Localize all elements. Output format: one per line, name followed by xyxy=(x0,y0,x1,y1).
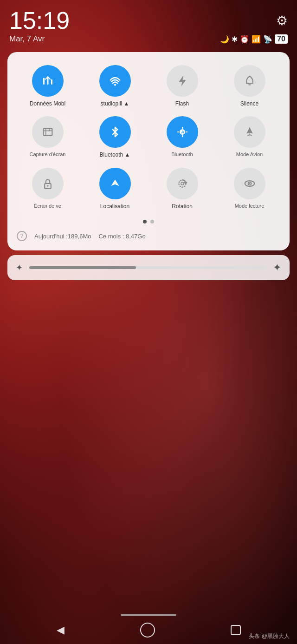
airplane-icon xyxy=(234,116,265,148)
wifi-icon xyxy=(99,65,131,97)
screen-lock-icon xyxy=(32,168,64,199)
tile-wifi-label: studiopill ▲ xyxy=(101,100,129,107)
tile-silence[interactable]: Silence xyxy=(217,61,282,111)
tile-airplane[interactable]: Mode Avion xyxy=(217,112,282,162)
battery-indicator: 70 xyxy=(275,34,288,44)
clock: 15:19 xyxy=(9,8,70,33)
tile-airplane-label: Mode Avion xyxy=(236,151,263,158)
tile-bluetooth[interactable]: Bluetooth ▲ xyxy=(82,112,148,162)
tile-mobile-data[interactable]: Données Mobi xyxy=(15,61,80,111)
silence-icon xyxy=(234,65,265,97)
tile-flash[interactable]: Flash xyxy=(149,61,215,111)
control-panel: Données Mobi studiopill ▲ Flash xyxy=(7,52,290,250)
moon-icon: 🌙 xyxy=(220,35,229,44)
location-icon xyxy=(99,168,131,199)
tile-mobile-data-label: Données Mobi xyxy=(30,100,65,107)
today-data: Aujourd'hui :189,6Mo xyxy=(34,233,91,240)
data-info: ? Aujourd'hui :189,6Mo Ce mois : 8,47Go xyxy=(15,229,282,243)
bluetooth-icon xyxy=(99,116,131,148)
tile-silence-label: Silence xyxy=(240,100,258,107)
tile-location[interactable]: Localisation xyxy=(82,164,148,213)
info-icon: ? xyxy=(17,231,27,241)
tile-rotation-label: Rotation xyxy=(172,203,193,210)
tile-location-label: Localisation xyxy=(100,203,129,210)
attribution: 头条 @黑脸大人 xyxy=(249,632,290,640)
dot-page1 xyxy=(143,220,147,223)
dot-page2 xyxy=(150,220,154,223)
signal-icon: 📶 xyxy=(252,35,261,44)
quick-tiles-grid: Données Mobi studiopill ▲ Flash xyxy=(15,61,282,213)
recent-apps-button[interactable] xyxy=(231,625,241,635)
svg-rect-7 xyxy=(43,129,52,136)
status-icons: 🌙 ✱ ⏰ 📶 📡 70 xyxy=(220,34,288,44)
bluetooth-status-icon: ✱ xyxy=(232,35,238,44)
page-indicator xyxy=(15,220,282,223)
svg-marker-4 xyxy=(179,76,186,85)
tile-reading[interactable]: Mode lecture xyxy=(217,164,282,213)
tile-auto-brightness-label: Bluetooth xyxy=(171,151,193,158)
home-button[interactable] xyxy=(140,623,155,637)
screenshot-icon xyxy=(32,116,64,148)
month-data: Ce mois : 8,47Go xyxy=(98,233,145,240)
svg-text:A: A xyxy=(181,130,184,135)
tile-screenshot[interactable]: Capture d'écran xyxy=(15,112,80,162)
svg-point-3 xyxy=(114,84,116,85)
tile-flash-label: Flash xyxy=(175,100,189,107)
tile-screenshot-label: Capture d'écran xyxy=(30,151,66,158)
status-bar: 15:19 ⚙ Mar, 7 Avr 🌙 ✱ ⏰ 📶 📡 70 xyxy=(0,0,297,47)
mobile-data-icon xyxy=(32,65,64,97)
svg-point-19 xyxy=(47,185,48,186)
wifi-status-icon: 📡 xyxy=(263,35,272,44)
auto-brightness-icon: A xyxy=(167,116,198,148)
brightness-slider[interactable] xyxy=(29,266,266,269)
tile-screen-lock-label: Écran de ve xyxy=(34,203,61,209)
date: Mar, 7 Avr xyxy=(9,34,45,44)
brightness-fill xyxy=(29,266,136,269)
tile-wifi[interactable]: studiopill ▲ xyxy=(82,61,148,111)
tile-bluetooth-label: Bluetooth ▲ xyxy=(100,151,130,158)
flash-icon xyxy=(167,65,198,97)
brightness-panel: ✦ ✦ xyxy=(7,255,290,280)
rotation-icon xyxy=(167,168,198,199)
tile-reading-label: Mode lecture xyxy=(235,203,265,209)
back-button[interactable]: ◀ xyxy=(57,624,65,636)
alarm-icon: ⏰ xyxy=(240,35,249,44)
brightness-low-icon: ✦ xyxy=(16,263,23,273)
tile-auto-brightness[interactable]: A Bluetooth xyxy=(149,112,215,162)
tile-rotation[interactable]: Rotation xyxy=(149,164,215,213)
brightness-high-icon: ✦ xyxy=(273,262,281,274)
svg-point-24 xyxy=(249,183,250,184)
svg-point-21 xyxy=(181,182,184,185)
tile-screen-lock[interactable]: Écran de ve xyxy=(15,164,80,213)
settings-icon[interactable]: ⚙ xyxy=(276,13,288,28)
reading-icon xyxy=(234,168,265,199)
